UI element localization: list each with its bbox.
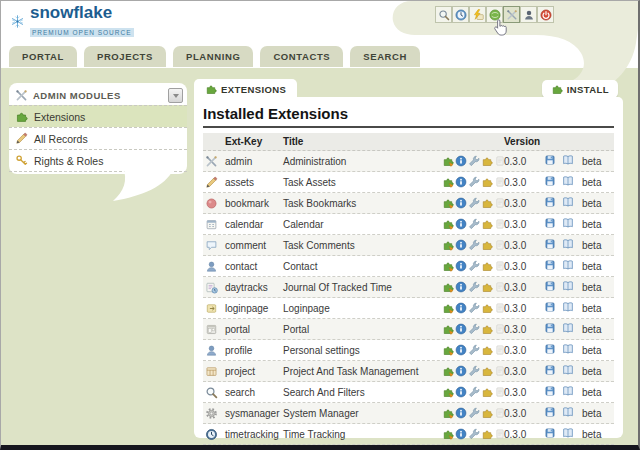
action-save-button[interactable]	[544, 343, 556, 355]
action-info-button[interactable]	[455, 239, 467, 251]
action-save-button[interactable]	[544, 217, 556, 229]
action-update-button[interactable]	[442, 365, 454, 377]
action-configure-button[interactable]	[468, 155, 480, 167]
action-configure-button[interactable]	[468, 407, 480, 419]
action-save-button[interactable]	[544, 280, 556, 292]
action-docs-button[interactable]	[562, 301, 574, 313]
action-addon-button[interactable]	[481, 218, 493, 230]
sidebar-item-all-records[interactable]: All Records	[9, 127, 187, 149]
action-info-button[interactable]	[455, 428, 467, 440]
action-configure-button[interactable]	[468, 344, 480, 356]
action-info-button[interactable]	[455, 302, 467, 314]
action-docs-button[interactable]	[562, 217, 574, 229]
action-docs-button[interactable]	[562, 385, 574, 397]
sidebar-item-extensions[interactable]: Extensions	[9, 105, 187, 127]
action-save-button[interactable]	[544, 364, 556, 376]
action-save-button[interactable]	[544, 406, 556, 418]
tab-portal[interactable]: PORTAL	[9, 46, 77, 67]
action-docs-button[interactable]	[562, 175, 574, 187]
action-addon-button[interactable]	[481, 365, 493, 377]
action-info-button[interactable]	[455, 386, 467, 398]
action-configure-button[interactable]	[468, 281, 480, 293]
action-update-button[interactable]	[442, 323, 454, 335]
action-update-button[interactable]	[442, 197, 454, 209]
toolbar-user-button[interactable]	[520, 6, 537, 23]
action-configure-button[interactable]	[468, 197, 480, 209]
action-addon-button[interactable]	[481, 281, 493, 293]
action-docs-button[interactable]	[562, 259, 574, 271]
action-save-button[interactable]	[544, 427, 556, 439]
action-update-button[interactable]	[442, 155, 454, 167]
action-addon-button[interactable]	[481, 386, 493, 398]
action-update-button[interactable]	[442, 428, 454, 440]
action-docs-button[interactable]	[562, 280, 574, 292]
action-update-button[interactable]	[442, 176, 454, 188]
action-docs-button[interactable]	[562, 343, 574, 355]
toolbar-quick-new-button[interactable]	[469, 6, 486, 23]
action-configure-button[interactable]	[468, 260, 480, 272]
action-info-button[interactable]	[455, 218, 467, 230]
action-configure-button[interactable]	[468, 239, 480, 251]
action-addon-button[interactable]	[481, 260, 493, 272]
action-configure-button[interactable]	[468, 323, 480, 335]
tab-planning[interactable]: PLANNING	[173, 46, 253, 67]
action-configure-button[interactable]	[468, 176, 480, 188]
action-update-button[interactable]	[442, 260, 454, 272]
extensions-section-tab[interactable]: EXTENSIONS	[194, 79, 297, 98]
toolbar-logout-button[interactable]	[537, 6, 554, 23]
action-info-button[interactable]	[455, 407, 467, 419]
sidebar-collapse-button[interactable]	[168, 88, 183, 103]
action-configure-button[interactable]	[468, 218, 480, 230]
action-addon-button[interactable]	[481, 344, 493, 356]
action-docs-button[interactable]	[562, 406, 574, 418]
action-update-button[interactable]	[442, 239, 454, 251]
action-info-button[interactable]	[455, 155, 467, 167]
action-save-button[interactable]	[544, 196, 556, 208]
action-docs-button[interactable]	[562, 322, 574, 334]
action-save-button[interactable]	[544, 238, 556, 250]
action-addon-button[interactable]	[481, 239, 493, 251]
action-configure-button[interactable]	[468, 428, 480, 440]
tab-search[interactable]: SEARCH	[350, 46, 420, 67]
action-save-button[interactable]	[544, 175, 556, 187]
action-addon-button[interactable]	[481, 428, 493, 440]
person-icon	[205, 260, 218, 273]
action-docs-button[interactable]	[562, 238, 574, 250]
action-update-button[interactable]	[442, 344, 454, 356]
tab-projects[interactable]: PROJECTS	[84, 46, 166, 67]
action-save-button[interactable]	[544, 259, 556, 271]
action-info-button[interactable]	[455, 365, 467, 377]
action-addon-button[interactable]	[481, 407, 493, 419]
action-docs-button[interactable]	[562, 427, 574, 439]
action-info-button[interactable]	[455, 260, 467, 272]
action-addon-button[interactable]	[481, 155, 493, 167]
action-addon-button[interactable]	[481, 323, 493, 335]
action-configure-button[interactable]	[468, 365, 480, 377]
action-docs-button[interactable]	[562, 364, 574, 376]
tab-contacts[interactable]: CONTACTS	[260, 46, 343, 67]
action-docs-button[interactable]	[562, 196, 574, 208]
action-save-button[interactable]	[544, 385, 556, 397]
action-save-button[interactable]	[544, 154, 556, 166]
action-info-button[interactable]	[455, 344, 467, 356]
action-info-button[interactable]	[455, 197, 467, 209]
action-update-button[interactable]	[442, 302, 454, 314]
action-docs-button[interactable]	[562, 154, 574, 166]
action-configure-button[interactable]	[468, 386, 480, 398]
action-addon-button[interactable]	[481, 176, 493, 188]
action-update-button[interactable]	[442, 386, 454, 398]
toolbar-search-button[interactable]	[435, 6, 452, 23]
action-info-button[interactable]	[455, 323, 467, 335]
toolbar-clock-button[interactable]	[452, 6, 469, 23]
action-info-button[interactable]	[455, 281, 467, 293]
action-info-button[interactable]	[455, 176, 467, 188]
action-save-button[interactable]	[544, 322, 556, 334]
action-addon-button[interactable]	[481, 197, 493, 209]
action-configure-button[interactable]	[468, 302, 480, 314]
install-button[interactable]: INSTALL	[542, 80, 618, 98]
action-save-button[interactable]	[544, 301, 556, 313]
action-update-button[interactable]	[442, 281, 454, 293]
action-update-button[interactable]	[442, 218, 454, 230]
action-addon-button[interactable]	[481, 302, 493, 314]
action-update-button[interactable]	[442, 407, 454, 419]
